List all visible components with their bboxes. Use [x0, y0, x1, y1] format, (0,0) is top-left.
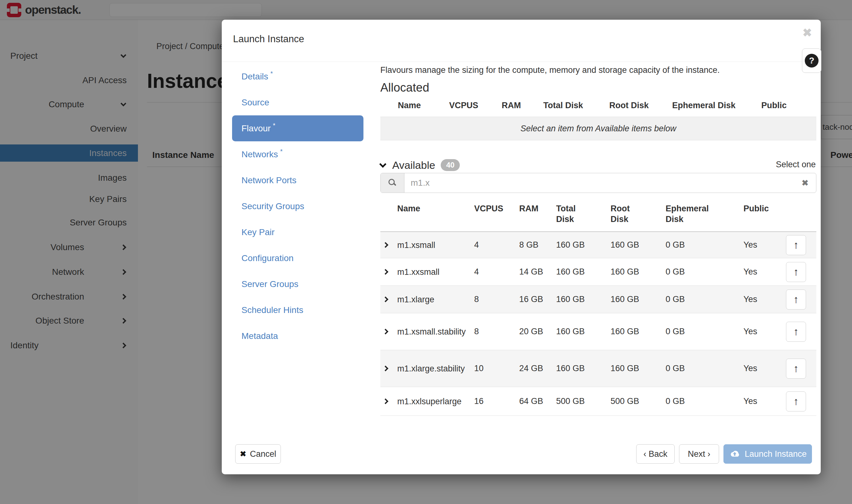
allocated-col-total-disk: Total Disk	[543, 100, 583, 111]
search-icon-segment	[380, 173, 404, 193]
step-label: Configuration	[242, 253, 294, 263]
flavor-search-input[interactable]	[404, 173, 794, 193]
step-flavour[interactable]: Flavour *	[232, 115, 363, 141]
step-configuration[interactable]: Configuration	[232, 245, 363, 271]
cancel-label: Cancel	[250, 449, 276, 459]
expand-chevron-icon[interactable]	[384, 387, 388, 415]
table-row-m1-xsmall-stability[interactable]: m1.xsmall.stability 8 20 GB 160 GB 160 G…	[380, 313, 816, 350]
step-networks[interactable]: Networks *	[232, 141, 363, 167]
table-row-m1-xxlsuperlarge[interactable]: m1.xxlsuperlarge 16 64 GB 500 GB 500 GB …	[380, 387, 816, 416]
flavor-root-disk: 160 GB	[610, 232, 639, 258]
allocated-col-ram: RAM	[502, 100, 521, 111]
back-button[interactable]: ‹ Back	[636, 444, 675, 464]
flavor-root-disk: 160 GB	[610, 313, 639, 350]
flavor-vcpus: 4	[474, 232, 479, 258]
step-label: Networks	[242, 149, 278, 160]
step-server-groups[interactable]: Server Groups	[232, 271, 363, 297]
expand-chevron-icon[interactable]	[384, 350, 388, 387]
available-col-name: Name	[397, 203, 420, 214]
step-label: Security Groups	[242, 201, 304, 211]
required-marker: *	[280, 148, 283, 155]
table-row-m1-xlarge[interactable]: m1.xlarge 8 16 GB 160 GB 160 GB 0 GB Yes…	[380, 286, 816, 313]
flavor-ram: 20 GB	[519, 313, 543, 350]
step-security-groups[interactable]: Security Groups	[232, 193, 363, 219]
flavor-total-disk: 500 GB	[556, 387, 585, 415]
available-col-total-disk: Total Disk	[556, 203, 587, 224]
allocated-empty-message: Select an item from Available items belo…	[520, 124, 676, 133]
flavor-ram: 14 GB	[519, 258, 543, 286]
step-label: Source	[242, 97, 269, 108]
step-label: Server Groups	[242, 279, 298, 289]
step-scheduler-hints[interactable]: Scheduler Hints	[232, 297, 363, 323]
flavor-ephemeral-disk: 0 GB	[665, 313, 685, 350]
step-label: Key Pair	[242, 227, 274, 237]
flavor-total-disk: 160 GB	[556, 232, 585, 258]
step-metadata[interactable]: Metadata	[232, 323, 363, 349]
launch-label: Launch Instance	[745, 449, 806, 459]
available-col-public: Public	[744, 203, 769, 214]
next-button[interactable]: Next ›	[679, 444, 719, 464]
flavor-ephemeral-disk: 0 GB	[665, 387, 685, 415]
flavor-public: Yes	[744, 286, 757, 313]
expand-chevron-icon[interactable]	[384, 313, 388, 350]
step-label: Scheduler Hints	[242, 305, 303, 315]
allocated-empty-row: Select an item from Available items belo…	[380, 116, 816, 140]
allocated-col-name: Name	[398, 100, 421, 111]
flavor-name: m1.xlarge.stability	[397, 350, 468, 387]
table-row-m1-xxsmall[interactable]: m1.xxsmall 4 14 GB 160 GB 160 GB 0 GB Ye…	[380, 258, 816, 286]
table-row-m1-xlarge-stability[interactable]: m1.xlarge.stability 10 24 GB 160 GB 160 …	[380, 350, 816, 387]
flavor-total-disk: 160 GB	[556, 258, 585, 286]
flavor-search-bar: ✖	[380, 173, 816, 193]
allocate-up-arrow-button[interactable]: ↑	[786, 235, 806, 255]
flavor-ephemeral-disk: 0 GB	[665, 232, 685, 258]
flavor-name: m1.xxlsuperlarge	[397, 387, 468, 415]
flavor-root-disk: 500 GB	[610, 387, 639, 415]
table-row-m1-xsmall[interactable]: m1.xsmall 4 8 GB 160 GB 160 GB 0 GB Yes …	[380, 232, 816, 258]
clear-search-icon[interactable]: ✖	[794, 173, 816, 193]
wizard-step-nav: Details * Source Flavour * Networks * Ne…	[232, 64, 363, 349]
step-label: Details	[242, 72, 268, 82]
flavor-public: Yes	[744, 232, 757, 258]
available-count-badge: 40	[441, 159, 460, 171]
x-icon: ✖	[240, 450, 246, 458]
flavor-name: m1.xxsmall	[397, 258, 468, 286]
step-details[interactable]: Details *	[232, 64, 363, 89]
flavor-name: m1.xsmall	[397, 232, 468, 258]
allocated-col-public: Public	[761, 100, 787, 111]
launch-instance-modal: Launch Instance ✖ ? Details * Source Fla…	[222, 20, 821, 474]
flavor-public: Yes	[744, 387, 757, 415]
flavor-vcpus: 8	[474, 313, 479, 350]
modal-title: Launch Instance	[233, 34, 304, 45]
step-source[interactable]: Source	[232, 89, 363, 115]
step-network-ports[interactable]: Network Ports	[232, 167, 363, 193]
step-key-pair[interactable]: Key Pair	[232, 219, 363, 245]
collapse-chevron-icon[interactable]	[379, 161, 387, 168]
cancel-button[interactable]: ✖ Cancel	[235, 444, 281, 464]
available-col-root-disk: Root Disk	[610, 203, 641, 224]
flavor-name: m1.xlarge	[397, 286, 468, 313]
flavor-root-disk: 160 GB	[610, 350, 639, 387]
step-label: Metadata	[242, 331, 278, 341]
allocate-up-arrow-button[interactable]: ↑	[786, 359, 806, 379]
flavor-total-disk: 160 GB	[556, 350, 585, 387]
search-icon	[389, 179, 396, 187]
allocate-up-arrow-button[interactable]: ↑	[786, 392, 806, 412]
flavor-name: m1.xsmall.stability	[397, 313, 468, 350]
flavor-vcpus: 10	[474, 350, 483, 387]
allocate-up-arrow-button[interactable]: ↑	[786, 262, 806, 282]
expand-chevron-icon[interactable]	[384, 232, 388, 258]
flavor-ram: 16 GB	[519, 286, 543, 313]
step-description: Flavours manage the sizing for the compu…	[380, 65, 720, 75]
allocated-col-ephemeral-disk: Ephemeral Disk	[672, 100, 735, 111]
allocate-up-arrow-button[interactable]: ↑	[786, 322, 806, 342]
flavour-step-content: Flavours manage the sizing for the compu…	[380, 20, 816, 474]
expand-chevron-icon[interactable]	[384, 286, 388, 313]
required-marker: *	[273, 122, 275, 129]
expand-chevron-icon[interactable]	[384, 258, 388, 286]
flavor-vcpus: 4	[474, 258, 479, 286]
flavor-total-disk: 160 GB	[556, 313, 585, 350]
select-one-hint: Select one	[776, 160, 816, 169]
launch-instance-button[interactable]: Launch Instance	[724, 444, 812, 464]
step-label: Network Ports	[242, 175, 297, 185]
allocate-up-arrow-button[interactable]: ↑	[786, 289, 806, 309]
